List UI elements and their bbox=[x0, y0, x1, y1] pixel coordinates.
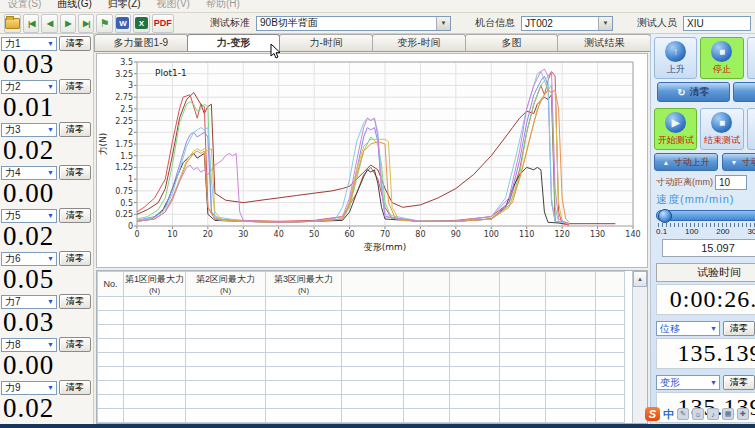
channel-zero-button[interactable]: 清零 bbox=[59, 36, 91, 51]
channel-zero-button[interactable]: 清零 bbox=[59, 294, 91, 309]
channel-zero-button[interactable]: 清零 bbox=[59, 208, 91, 223]
svg-text:2: 2 bbox=[128, 128, 133, 137]
svg-text:40: 40 bbox=[274, 230, 284, 239]
table-scrollbar[interactable]: ▲ bbox=[632, 271, 647, 423]
scroll-up-icon[interactable]: ▲ bbox=[633, 271, 647, 287]
pause-test-button[interactable]: || 暂停 bbox=[747, 108, 755, 150]
pdf-icon: PDF bbox=[154, 18, 172, 28]
svg-text:50: 50 bbox=[309, 230, 319, 239]
slider-tick-label: 100 bbox=[685, 227, 698, 236]
displacement-label: 位移 bbox=[660, 322, 680, 336]
svg-text:1: 1 bbox=[128, 175, 133, 184]
menu-item[interactable]: 曲线(G) bbox=[57, 0, 91, 11]
open-file-button[interactable] bbox=[4, 14, 21, 33]
tab-变形-时间[interactable]: 变形-时间 bbox=[372, 34, 466, 51]
slider-handle[interactable] bbox=[658, 209, 672, 223]
refresh-icon: ↻ bbox=[677, 87, 685, 98]
chinese-mode-icon[interactable]: 中 bbox=[663, 407, 674, 422]
inch-distance-input[interactable]: 10 bbox=[715, 175, 747, 190]
channel-zero-button[interactable]: 清零 bbox=[59, 337, 91, 352]
nav-last-button[interactable]: ▶| bbox=[78, 14, 94, 33]
menu-item[interactable]: 归零(Z) bbox=[108, 0, 141, 11]
speed-slider[interactable] bbox=[656, 210, 755, 221]
export-word-button[interactable]: W bbox=[115, 14, 131, 33]
pen-icon[interactable]: ✎ bbox=[677, 408, 689, 420]
displacement-combo[interactable]: 位移 ▼ bbox=[656, 321, 720, 336]
table-row[interactable] bbox=[98, 353, 625, 367]
svg-text:0.75: 0.75 bbox=[115, 187, 133, 196]
channel-zero-button[interactable]: 清零 bbox=[59, 251, 91, 266]
table-row[interactable] bbox=[98, 395, 625, 409]
jog-up-button[interactable]: ↑ 上升 bbox=[654, 37, 697, 79]
table-row[interactable] bbox=[98, 311, 625, 325]
force-channel-panel: 力1▼清零0.03力2▼清零0.01力3▼清零0.02力4▼清零0.00力5▼清… bbox=[0, 34, 94, 426]
table-row[interactable] bbox=[98, 367, 625, 381]
deform-combo[interactable]: 变形 ▼ bbox=[656, 375, 720, 390]
excel-icon: X bbox=[135, 17, 148, 29]
tester-input[interactable]: XIU bbox=[683, 16, 751, 31]
results-table-panel: No.第1区间最大力(N)第2区间最大力(N)第3区间最大力(N) ▲ bbox=[96, 270, 648, 424]
displacement-zero-button[interactable]: 清零 bbox=[723, 321, 755, 336]
tab-力-时间[interactable]: 力-时间 bbox=[279, 34, 373, 51]
chevron-down-icon[interactable]: ▼ bbox=[598, 17, 612, 30]
channel-zero-button[interactable]: 清零 bbox=[59, 122, 91, 137]
tab-力-变形[interactable]: 力-变形 bbox=[187, 34, 281, 51]
test-time-value: 0:00:26.9 bbox=[656, 284, 755, 315]
tab-多图[interactable]: 多图 bbox=[465, 34, 559, 51]
nav-next-button[interactable]: ▶ bbox=[60, 14, 76, 33]
toolbox-icon[interactable]: ✚ bbox=[737, 408, 749, 420]
force-value: 0.02 bbox=[0, 395, 93, 422]
table-column-header bbox=[546, 272, 596, 297]
nav-first-button[interactable]: |◀ bbox=[23, 14, 39, 33]
keyboard-icon[interactable]: ▦ bbox=[722, 408, 734, 420]
stop-button[interactable]: ■ 停止 bbox=[700, 37, 743, 79]
export-excel-button[interactable]: X bbox=[133, 14, 149, 33]
slider-tick-label: 300 bbox=[747, 227, 755, 236]
zero-all-button[interactable]: ↻ 清零 bbox=[657, 82, 730, 102]
deform-zero-button[interactable]: 清零 bbox=[723, 375, 755, 390]
jog-down-button[interactable]: ↓ 下降 bbox=[747, 37, 755, 79]
emoji-icon[interactable]: ☺ bbox=[692, 408, 704, 420]
inch-down-button[interactable]: ▼ 寸动下降 bbox=[722, 153, 755, 171]
inch-distance-value: 10 bbox=[719, 177, 730, 188]
end-test-button[interactable]: ■ 结束测试 bbox=[700, 108, 743, 150]
inch-down-label: 寸动下降 bbox=[741, 156, 755, 169]
flag-button[interactable]: ⚑ bbox=[96, 14, 112, 33]
chevron-down-icon[interactable]: ▼ bbox=[710, 325, 719, 332]
tab-测试结果[interactable]: 测试结果 bbox=[557, 34, 651, 51]
channel-zero-button[interactable]: 清零 bbox=[59, 165, 91, 180]
svg-text:70: 70 bbox=[380, 230, 390, 239]
speed-label: 速度(mm/min) bbox=[656, 192, 755, 207]
start-test-button[interactable]: ▶ 开始测试 bbox=[654, 108, 697, 150]
test-standard-combo[interactable]: 90B切半背面 ▼ bbox=[256, 16, 451, 31]
svg-text:0.5: 0.5 bbox=[120, 199, 133, 208]
machine-info-combo[interactable]: JT002 ▼ bbox=[521, 16, 613, 31]
channel-zero-button[interactable]: 清零 bbox=[59, 380, 91, 395]
nav-prev-button[interactable]: ◀ bbox=[41, 14, 57, 33]
table-row[interactable] bbox=[98, 409, 625, 423]
channel-zero-button[interactable]: 清零 bbox=[59, 79, 91, 94]
tab-多力量图1-9[interactable]: 多力量图1-9 bbox=[94, 34, 188, 51]
inch-up-button[interactable]: ▲ 寸动上升 bbox=[654, 153, 718, 171]
svg-text:3.5: 3.5 bbox=[120, 58, 133, 67]
force-channel: 力4▼清零0.00 bbox=[0, 164, 93, 207]
return-button[interactable]: ≡ bbox=[733, 82, 755, 102]
table-row[interactable] bbox=[98, 381, 625, 395]
menu-item: 视图(V) bbox=[157, 0, 190, 11]
results-table: No.第1区间最大力(N)第2区间最大力(N)第3区间最大力(N) bbox=[97, 271, 625, 424]
force-value: 0.05 bbox=[0, 266, 93, 293]
table-row[interactable] bbox=[98, 339, 625, 353]
table-row[interactable] bbox=[98, 325, 625, 339]
mouse-cursor bbox=[270, 44, 282, 60]
chevron-down-icon[interactable]: ▼ bbox=[436, 17, 450, 30]
speed-value: 15.097 bbox=[662, 239, 755, 257]
chevron-down-icon[interactable]: ▼ bbox=[710, 379, 719, 386]
sogou-logo-icon[interactable]: S bbox=[645, 407, 660, 421]
chevron-down-icon: ▼ bbox=[47, 40, 56, 47]
svg-text:30: 30 bbox=[238, 230, 248, 239]
mic-icon[interactable]: ♪ bbox=[707, 408, 719, 420]
svg-text:20: 20 bbox=[203, 230, 213, 239]
table-row[interactable] bbox=[98, 297, 625, 311]
export-pdf-button[interactable]: PDF bbox=[152, 14, 175, 33]
zero-all-label: 清零 bbox=[690, 85, 710, 99]
